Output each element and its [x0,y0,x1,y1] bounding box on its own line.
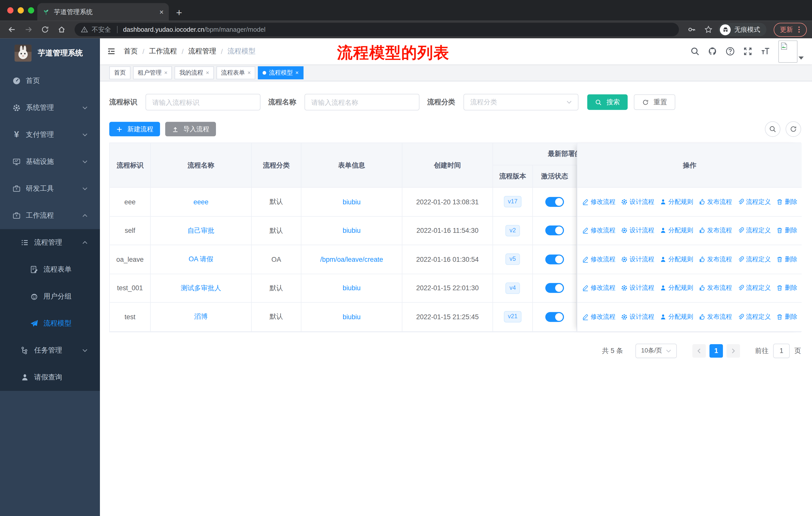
action-assign-rules[interactable]: 分配规则 [660,313,693,321]
search-button[interactable]: 搜索 [587,94,628,110]
process-name-link[interactable]: OA 请假 [188,255,213,264]
process-name-link[interactable]: 测试多审批人 [181,283,221,293]
action-publish-process[interactable]: 发布流程 [698,255,732,264]
action-modify-process[interactable]: 修改流程 [582,284,615,293]
process-id-input[interactable] [145,94,261,110]
toggle-search-button[interactable] [765,121,781,137]
reload-icon[interactable] [38,23,52,36]
tag-close-icon[interactable]: × [248,70,251,76]
chrome-update-button[interactable]: 更新 [774,22,807,36]
reset-button[interactable]: 重置 [634,94,675,110]
action-delete[interactable]: 删除 [776,284,797,293]
action-delete[interactable]: 删除 [776,255,797,264]
sidebar-item-dev-tools[interactable]: 研发工具 [0,175,100,202]
refresh-table-button[interactable] [786,121,801,137]
tag-my-process[interactable]: 我的流程× [175,66,214,79]
page-size-select[interactable]: 10条/页 [635,344,677,358]
active-toggle[interactable] [545,254,564,264]
process-name-link[interactable]: 自己审批 [187,226,214,235]
breadcrumb-home[interactable]: 首页 [124,47,138,56]
user-avatar-menu[interactable] [778,40,804,62]
new-tab-button[interactable]: + [176,7,182,18]
form-info-link[interactable]: biubiu [343,227,360,235]
active-toggle[interactable] [545,312,564,322]
tag-process-form[interactable]: 流程表单× [216,66,256,79]
action-design-process[interactable]: 设计流程 [621,284,655,293]
process-name-link[interactable]: eeee [194,198,209,206]
zoom-window-button[interactable] [28,7,34,13]
action-process-definition[interactable]: 流程定义 [737,313,771,321]
minimize-window-button[interactable] [18,7,24,13]
action-process-definition[interactable]: 流程定义 [737,284,771,293]
fullscreen-icon[interactable] [743,47,752,56]
action-delete[interactable]: 删除 [776,226,797,235]
action-publish-process[interactable]: 发布流程 [698,284,732,293]
sidebar-item-task-management[interactable]: 任务管理 [0,337,100,364]
github-icon[interactable] [708,47,717,56]
breadcrumb-process-management[interactable]: 流程管理 [188,47,216,56]
form-info-link[interactable]: /bpm/oa/leave/create [320,255,383,263]
action-delete[interactable]: 删除 [776,197,797,206]
action-modify-process[interactable]: 修改流程 [582,255,615,264]
address-bar[interactable]: 不安全 dashboard.yudao.iocoder.cn/bpm/manag… [75,23,679,36]
import-process-button[interactable]: 导入流程 [165,122,216,136]
action-modify-process[interactable]: 修改流程 [582,313,615,321]
action-assign-rules[interactable]: 分配规则 [660,255,693,264]
next-page-button[interactable] [727,344,740,357]
sidebar-item-system[interactable]: 系统管理 [0,94,100,121]
sidebar-item-leave-query[interactable]: 请假查询 [0,364,100,391]
password-key-icon[interactable] [685,23,698,36]
tag-process-model[interactable]: 流程模型× [258,66,303,79]
bookmark-star-icon[interactable] [702,23,715,36]
sidebar-item-process-model[interactable]: 流程模型 [0,310,100,337]
goto-page-input[interactable] [773,344,790,358]
tag-close-icon[interactable]: × [164,70,167,76]
sidebar-item-home[interactable]: 首页 [0,67,100,94]
avatar[interactable] [778,40,798,62]
sidebar-item-workflow[interactable]: 工作流程 [0,202,100,229]
home-icon[interactable] [55,23,68,36]
form-info-link[interactable]: biubiu [343,198,360,206]
breadcrumb-workflow[interactable]: 工作流程 [149,47,177,56]
create-process-button[interactable]: 新建流程 [109,122,160,136]
back-icon[interactable] [5,23,19,36]
sidebar-item-payment[interactable]: ¥ 支付管理 [0,121,100,148]
action-design-process[interactable]: 设计流程 [621,255,655,264]
sidebar-logo-row[interactable]: 芋道管理系统 [0,38,100,67]
tab-close-icon[interactable]: × [159,8,164,16]
forward-icon[interactable] [22,23,35,36]
active-toggle[interactable] [545,283,564,293]
tag-close-icon[interactable]: × [206,70,209,76]
tag-close-icon[interactable]: × [295,70,298,76]
window-controls[interactable] [7,7,34,13]
process-name-link[interactable]: 滔博 [194,312,208,322]
sidebar-item-user-group[interactable]: 用户分组 [0,283,100,310]
action-design-process[interactable]: 设计流程 [621,313,655,321]
browser-menu-kebab-icon[interactable] [795,25,803,34]
action-assign-rules[interactable]: 分配规则 [660,197,693,206]
search-icon[interactable] [690,47,700,56]
action-process-definition[interactable]: 流程定义 [737,255,771,264]
active-toggle[interactable] [545,197,564,207]
sidebar-item-process-form[interactable]: 流程表单 [0,256,100,283]
action-modify-process[interactable]: 修改流程 [582,226,615,235]
process-category-select[interactable]: 流程分类 [463,94,578,110]
action-assign-rules[interactable]: 分配规则 [660,226,693,235]
sidebar-item-process-management[interactable]: 流程管理 [0,229,100,256]
action-process-definition[interactable]: 流程定义 [737,226,771,235]
tag-tenant[interactable]: 租户管理× [133,66,172,79]
form-info-link[interactable]: biubiu [343,313,360,321]
action-publish-process[interactable]: 发布流程 [698,313,732,321]
active-toggle[interactable] [545,225,564,235]
sidebar-item-infrastructure[interactable]: 基础设施 [0,148,100,175]
action-design-process[interactable]: 设计流程 [621,226,655,235]
tag-home[interactable]: 首页 [109,66,130,79]
prev-page-button[interactable] [692,344,706,357]
close-window-button[interactable] [7,7,13,13]
action-publish-process[interactable]: 发布流程 [698,197,732,206]
action-delete[interactable]: 删除 [776,313,797,321]
page-1-button[interactable]: 1 [709,344,723,357]
action-assign-rules[interactable]: 分配规则 [660,284,693,293]
form-info-link[interactable]: biubiu [343,284,360,292]
action-modify-process[interactable]: 修改流程 [582,197,615,206]
